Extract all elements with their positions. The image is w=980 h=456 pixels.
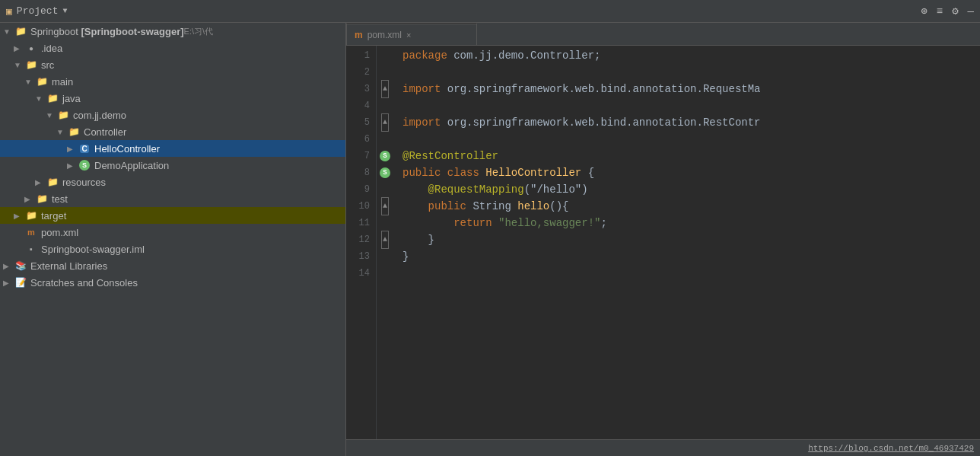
file-icon: 📁 — [35, 193, 49, 205]
gutter-cell — [377, 97, 393, 114]
item-label: main — [52, 76, 73, 88]
gutter-cell — [377, 248, 393, 265]
gutter-cell: ▲ — [377, 81, 393, 97]
project-label[interactable]: Project — [17, 5, 59, 17]
title-bar-left: ▣ Project ▼ — [6, 5, 67, 18]
item-label: test — [52, 193, 68, 205]
gutter-cell: ▲ — [377, 198, 393, 215]
sidebar-item[interactable]: ●.idea — [0, 40, 345, 56]
sidebar-item[interactable]: 📁test — [0, 190, 345, 207]
code-line: import org.springframework.web.bind.anno… — [402, 114, 980, 131]
sidebar-item[interactable]: 📁main — [0, 73, 345, 90]
gutter-cell — [377, 215, 393, 231]
code-text: import org.springframework.web.bind.anno… — [402, 81, 980, 97]
sidebar-item[interactable]: SDemoApplication — [0, 157, 345, 174]
item-label: java — [62, 93, 81, 104]
arrow-icon — [35, 178, 46, 187]
code-text: return "hello,swagger!"; — [402, 215, 980, 231]
settings-icon[interactable]: ⚙ — [952, 5, 958, 18]
code-text: import org.springframework.web.bind.anno… — [402, 114, 980, 131]
sidebar-item[interactable]: 📁resources — [0, 174, 345, 190]
arrow-icon — [24, 78, 35, 86]
spring-icon: S — [380, 151, 390, 161]
gutter-cell: S — [377, 164, 393, 181]
code-line — [402, 64, 980, 81]
item-label: Springboot-swagger.iml — [41, 244, 145, 255]
code-line: package com.jj.demo.Controller; — [402, 47, 980, 64]
arrow-icon — [14, 61, 24, 69]
code-line: public String hello(){ — [402, 198, 980, 215]
code-line: @RequestMapping("/hello") — [402, 181, 980, 198]
line-number: 11 — [346, 215, 370, 231]
line-number: 10 — [346, 198, 370, 215]
tab-bar: ☕DemoApplication.java×CHelloController.j… — [346, 23, 980, 46]
code-line — [402, 131, 980, 148]
code-text: public String hello(){ — [402, 198, 980, 215]
fold-icon[interactable]: ▲ — [381, 113, 389, 132]
gutter-cell — [377, 265, 393, 282]
item-label: HelloController — [94, 143, 160, 155]
tab-close-button[interactable]: × — [406, 30, 411, 40]
sidebar-item-scratches[interactable]: 📝 Scratches and Consoles — [0, 274, 345, 291]
tab-label: pom.xml — [368, 30, 402, 40]
file-icon: ▪ — [24, 243, 38, 255]
file-icon: 📁 — [35, 75, 49, 88]
main-area: 📁Springboot [Springboot-swagger] E:\习\代●… — [0, 23, 980, 456]
code-text: } — [402, 248, 980, 265]
arrow-icon — [3, 27, 14, 36]
item-label: Springboot [Springboot-swagger] — [30, 26, 184, 37]
sidebar-item[interactable]: 📁Controller — [0, 123, 345, 140]
sidebar-item[interactable]: 📁Springboot [Springboot-swagger] E:\习\代 — [0, 23, 345, 40]
code-line: } — [402, 231, 980, 248]
sidebar-item-external-libraries[interactable]: 📚 External Libraries — [0, 257, 345, 274]
status-bar: https://blog.csdn.net/m0_46937429 — [346, 439, 980, 456]
arrow-icon — [14, 44, 24, 53]
code-line: return "hello,swagger!"; — [402, 215, 980, 231]
code-line: } — [402, 248, 980, 265]
code-text: } — [402, 231, 980, 248]
external-libraries-label: External Libraries — [30, 260, 107, 272]
file-icon: C — [78, 142, 91, 155]
editor-tab[interactable]: mpom.xml× — [346, 24, 477, 45]
structure-icon[interactable]: ≡ — [937, 5, 943, 18]
sidebar-item[interactable]: 📁java — [0, 90, 345, 107]
sidebar-item[interactable]: ▪Springboot-swagger.iml — [0, 241, 345, 257]
arrow-icon — [3, 262, 14, 270]
sidebar-item[interactable]: CHelloController — [0, 140, 345, 157]
arrow-icon — [46, 111, 56, 120]
fold-icon[interactable]: ▲ — [381, 231, 389, 249]
line-number: 5 — [346, 114, 370, 131]
spring-icon: S — [380, 167, 390, 178]
project-icon: ▣ — [6, 5, 12, 18]
line-number: 9 — [346, 181, 370, 198]
csdn-url[interactable]: https://blog.csdn.net/m0_46937429 — [808, 444, 974, 453]
item-label: Controller — [84, 126, 126, 138]
gutter-cell — [377, 181, 393, 198]
line-number: 2 — [346, 64, 370, 81]
minimize-icon[interactable]: — — [968, 5, 974, 18]
file-icon: 📁 — [24, 59, 38, 71]
sidebar-item[interactable]: 📁target — [0, 207, 345, 224]
line-number: 14 — [346, 265, 370, 282]
code-area[interactable]: 1234567891011121314 ▲▲SS▲▲ package com.j… — [346, 46, 980, 439]
fold-icon[interactable]: ▲ — [381, 197, 389, 215]
sidebar-item[interactable]: 📁src — [0, 56, 345, 73]
scratches-icon: 📝 — [14, 276, 27, 289]
item-label: target — [41, 210, 66, 222]
globe-icon[interactable]: ⊕ — [921, 5, 927, 18]
file-icon: 📁 — [14, 25, 27, 37]
item-label: com.jj.demo — [73, 110, 126, 121]
sidebar-item[interactable]: 📁com.jj.demo — [0, 107, 345, 123]
item-label: DemoApplication — [94, 160, 169, 171]
arrow-icon — [56, 128, 67, 136]
line-number: 13 — [346, 248, 370, 265]
sidebar-item[interactable]: mpom.xml — [0, 224, 345, 241]
arrow-icon — [67, 145, 78, 153]
code-text: package com.jj.demo.Controller; — [402, 47, 980, 64]
gutter-cell: ▲ — [377, 114, 393, 131]
file-icon: 📁 — [46, 176, 59, 188]
dropdown-icon[interactable]: ▼ — [62, 7, 67, 15]
gutter-area: ▲▲SS▲▲ — [377, 46, 393, 439]
fold-icon[interactable]: ▲ — [381, 80, 389, 98]
code-text: @RestController — [402, 148, 980, 164]
